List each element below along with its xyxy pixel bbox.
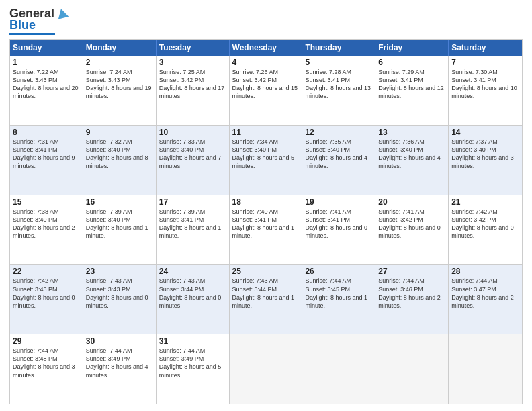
- logo: General Blue: [9, 7, 69, 35]
- cell-details: Sunrise: 7:39 AMSunset: 3:41 PMDaylight:…: [159, 208, 226, 240]
- calendar-cell-day-23: 23Sunrise: 7:43 AMSunset: 3:43 PMDayligh…: [83, 265, 157, 334]
- cell-details: Sunrise: 7:44 AMSunset: 3:45 PMDaylight:…: [305, 277, 372, 310]
- calendar-cell-day-19: 19Sunrise: 7:41 AMSunset: 3:41 PMDayligh…: [302, 195, 375, 265]
- day-number: 30: [86, 336, 153, 346]
- day-number: 16: [86, 197, 153, 207]
- day-number: 31: [159, 336, 226, 346]
- calendar-cell-empty: [230, 334, 303, 404]
- cell-details: Sunrise: 7:41 AMSunset: 3:42 PMDaylight:…: [378, 208, 445, 240]
- calendar-cell-day-10: 10Sunrise: 7:33 AMSunset: 3:40 PMDayligh…: [157, 126, 230, 195]
- day-number: 3: [159, 58, 226, 67]
- day-number: 17: [159, 197, 226, 207]
- calendar-cell-day-22: 22Sunrise: 7:42 AMSunset: 3:43 PMDayligh…: [10, 265, 83, 334]
- day-number: 12: [305, 128, 372, 137]
- day-number: 24: [159, 267, 226, 276]
- cell-details: Sunrise: 7:31 AMSunset: 3:41 PMDaylight:…: [13, 138, 80, 171]
- day-number: 9: [86, 128, 153, 137]
- cell-details: Sunrise: 7:34 AMSunset: 3:40 PMDaylight:…: [232, 138, 300, 171]
- day-number: 23: [86, 267, 153, 276]
- calendar-cell-day-9: 9Sunrise: 7:32 AMSunset: 3:40 PMDaylight…: [83, 126, 157, 195]
- calendar-cell-day-7: 7Sunrise: 7:30 AMSunset: 3:41 PMDaylight…: [449, 56, 522, 125]
- day-number: 1: [13, 58, 80, 67]
- cell-details: Sunrise: 7:35 AMSunset: 3:40 PMDaylight:…: [305, 138, 372, 171]
- calendar-cell-day-15: 15Sunrise: 7:38 AMSunset: 3:40 PMDayligh…: [10, 195, 83, 265]
- cell-details: Sunrise: 7:44 AMSunset: 3:49 PMDaylight:…: [159, 347, 226, 379]
- day-number: 26: [305, 267, 372, 276]
- day-number: 20: [378, 197, 445, 207]
- day-number: 11: [232, 128, 300, 137]
- cell-details: Sunrise: 7:44 AMSunset: 3:49 PMDaylight:…: [86, 347, 153, 379]
- cell-details: Sunrise: 7:30 AMSunset: 3:41 PMDaylight:…: [451, 68, 519, 101]
- weekday-header-monday: Monday: [83, 40, 157, 56]
- calendar-cell-day-14: 14Sunrise: 7:37 AMSunset: 3:40 PMDayligh…: [449, 126, 522, 195]
- cell-details: Sunrise: 7:43 AMSunset: 3:44 PMDaylight:…: [232, 277, 300, 310]
- calendar-cell-day-4: 4Sunrise: 7:26 AMSunset: 3:42 PMDaylight…: [230, 56, 303, 125]
- calendar-row-3: 15Sunrise: 7:38 AMSunset: 3:40 PMDayligh…: [10, 195, 522, 265]
- calendar-cell-day-8: 8Sunrise: 7:31 AMSunset: 3:41 PMDaylight…: [10, 126, 83, 195]
- logo-arrow-icon: [56, 7, 69, 21]
- cell-details: Sunrise: 7:39 AMSunset: 3:40 PMDaylight:…: [86, 208, 153, 240]
- logo-underline: [9, 33, 55, 35]
- cell-details: Sunrise: 7:43 AMSunset: 3:43 PMDaylight:…: [86, 277, 153, 310]
- calendar-row-1: 1Sunrise: 7:22 AMSunset: 3:43 PMDaylight…: [10, 56, 522, 126]
- day-number: 25: [232, 267, 300, 276]
- cell-details: Sunrise: 7:41 AMSunset: 3:41 PMDaylight:…: [305, 208, 372, 240]
- calendar-cell-day-18: 18Sunrise: 7:40 AMSunset: 3:41 PMDayligh…: [230, 195, 303, 265]
- day-number: 5: [305, 58, 372, 67]
- day-number: 7: [451, 58, 519, 67]
- day-number: 4: [232, 58, 300, 67]
- cell-details: Sunrise: 7:29 AMSunset: 3:41 PMDaylight:…: [378, 68, 445, 101]
- calendar-cell-day-28: 28Sunrise: 7:44 AMSunset: 3:47 PMDayligh…: [449, 265, 522, 334]
- cell-details: Sunrise: 7:32 AMSunset: 3:40 PMDaylight:…: [86, 138, 153, 171]
- calendar-cell-day-11: 11Sunrise: 7:34 AMSunset: 3:40 PMDayligh…: [230, 126, 303, 195]
- calendar-cell-empty: [375, 334, 449, 404]
- calendar-cell-day-5: 5Sunrise: 7:28 AMSunset: 3:41 PMDaylight…: [302, 56, 375, 125]
- calendar: SundayMondayTuesdayWednesdayThursdayFrid…: [9, 39, 523, 404]
- cell-details: Sunrise: 7:38 AMSunset: 3:40 PMDaylight:…: [13, 208, 80, 240]
- calendar-cell-day-17: 17Sunrise: 7:39 AMSunset: 3:41 PMDayligh…: [157, 195, 230, 265]
- calendar-cell-day-26: 26Sunrise: 7:44 AMSunset: 3:45 PMDayligh…: [302, 265, 375, 334]
- page: General Blue SundayMondayTuesdayWednesda…: [0, 0, 532, 411]
- day-number: 22: [13, 267, 80, 276]
- calendar-cell-day-2: 2Sunrise: 7:24 AMSunset: 3:43 PMDaylight…: [83, 56, 157, 125]
- calendar-cell-day-27: 27Sunrise: 7:44 AMSunset: 3:46 PMDayligh…: [375, 265, 449, 334]
- day-number: 8: [13, 128, 80, 137]
- day-number: 19: [305, 197, 372, 207]
- calendar-cell-day-12: 12Sunrise: 7:35 AMSunset: 3:40 PMDayligh…: [302, 126, 375, 195]
- day-number: 14: [451, 128, 519, 137]
- calendar-cell-day-13: 13Sunrise: 7:36 AMSunset: 3:40 PMDayligh…: [375, 126, 449, 195]
- weekday-header-sunday: Sunday: [10, 40, 83, 56]
- cell-details: Sunrise: 7:43 AMSunset: 3:44 PMDaylight:…: [159, 277, 226, 310]
- calendar-cell-empty: [302, 334, 375, 404]
- calendar-row-2: 8Sunrise: 7:31 AMSunset: 3:41 PMDaylight…: [10, 126, 522, 195]
- day-number: 6: [378, 58, 445, 67]
- cell-details: Sunrise: 7:28 AMSunset: 3:41 PMDaylight:…: [305, 68, 372, 101]
- calendar-cell-day-3: 3Sunrise: 7:25 AMSunset: 3:42 PMDaylight…: [157, 56, 230, 125]
- calendar-cell-empty: [449, 334, 522, 404]
- day-number: 27: [378, 267, 445, 276]
- calendar-cell-day-30: 30Sunrise: 7:44 AMSunset: 3:49 PMDayligh…: [83, 334, 157, 404]
- weekday-header-wednesday: Wednesday: [230, 40, 303, 56]
- weekday-header-friday: Friday: [375, 40, 449, 56]
- calendar-header: SundayMondayTuesdayWednesdayThursdayFrid…: [10, 40, 522, 56]
- day-number: 15: [13, 197, 80, 207]
- day-number: 13: [378, 128, 445, 137]
- calendar-row-5: 29Sunrise: 7:44 AMSunset: 3:48 PMDayligh…: [10, 334, 522, 404]
- calendar-cell-day-6: 6Sunrise: 7:29 AMSunset: 3:41 PMDaylight…: [375, 56, 449, 125]
- calendar-cell-day-31: 31Sunrise: 7:44 AMSunset: 3:49 PMDayligh…: [157, 334, 230, 404]
- calendar-row-4: 22Sunrise: 7:42 AMSunset: 3:43 PMDayligh…: [10, 265, 522, 334]
- calendar-cell-day-20: 20Sunrise: 7:41 AMSunset: 3:42 PMDayligh…: [375, 195, 449, 265]
- cell-details: Sunrise: 7:42 AMSunset: 3:43 PMDaylight:…: [13, 277, 80, 310]
- weekday-header-thursday: Thursday: [302, 40, 375, 56]
- cell-details: Sunrise: 7:24 AMSunset: 3:43 PMDaylight:…: [86, 68, 153, 101]
- calendar-cell-day-1: 1Sunrise: 7:22 AMSunset: 3:43 PMDaylight…: [10, 56, 83, 125]
- cell-details: Sunrise: 7:40 AMSunset: 3:41 PMDaylight:…: [232, 208, 300, 240]
- cell-details: Sunrise: 7:22 AMSunset: 3:43 PMDaylight:…: [13, 68, 80, 101]
- weekday-header-saturday: Saturday: [449, 40, 522, 56]
- calendar-cell-day-24: 24Sunrise: 7:43 AMSunset: 3:44 PMDayligh…: [157, 265, 230, 334]
- day-number: 21: [451, 197, 519, 207]
- cell-details: Sunrise: 7:25 AMSunset: 3:42 PMDaylight:…: [159, 68, 226, 101]
- day-number: 28: [451, 267, 519, 276]
- day-number: 29: [13, 336, 80, 346]
- logo-blue: Blue: [9, 18, 36, 32]
